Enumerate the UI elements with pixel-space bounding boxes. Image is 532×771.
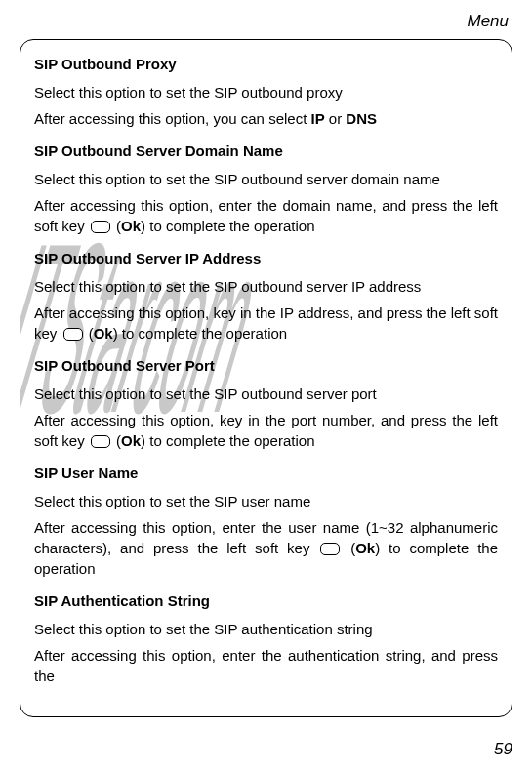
body-paragraph: Select this option to set the SIP outbou… <box>34 384 498 404</box>
bold-text: Ok <box>94 325 113 342</box>
softkey-icon <box>91 435 110 448</box>
body-paragraph: After accessing this option, enter the a… <box>34 645 498 686</box>
bold-text: Ok <box>121 432 141 449</box>
content-inner: SIP Outbound ProxySelect this option to … <box>34 56 498 686</box>
content-box: UTStarcom SIP Outbound ProxySelect this … <box>20 39 512 717</box>
bold-text: Ok <box>121 218 141 234</box>
body-paragraph: Select this option to set the SIP outbou… <box>34 169 498 189</box>
body-paragraph: After accessing this option, enter the d… <box>34 195 498 236</box>
page-number: 59 <box>494 740 512 759</box>
bold-text: IP <box>310 110 324 127</box>
softkey-icon <box>320 543 340 555</box>
body-paragraph: Select this option to set the SIP outbou… <box>34 276 498 297</box>
body-paragraph: Select this option to set the SIP outbou… <box>34 82 498 102</box>
section-heading: SIP Outbound Server Domain Name <box>34 142 498 159</box>
body-paragraph: Select this option to set the SIP authen… <box>34 619 498 639</box>
softkey-icon <box>91 221 110 233</box>
body-paragraph: Select this option to set the SIP user n… <box>34 491 498 511</box>
page-header-chapter: Menu <box>20 12 512 31</box>
bold-text: Ok <box>355 540 375 556</box>
bold-text: DNS <box>346 110 377 127</box>
body-paragraph: After accessing this option, key in the … <box>34 303 498 344</box>
section-heading: SIP Authentication String <box>34 592 498 609</box>
body-paragraph: After accessing this option, you can sel… <box>34 108 498 129</box>
body-paragraph: After accessing this option, enter the u… <box>34 517 498 579</box>
softkey-icon <box>63 328 83 341</box>
section-heading: SIP Outbound Server Port <box>34 357 498 374</box>
body-paragraph: After accessing this option, key in the … <box>34 410 498 451</box>
section-heading: SIP User Name <box>34 465 498 481</box>
section-heading: SIP Outbound Server IP Address <box>34 250 498 266</box>
section-heading: SIP Outbound Proxy <box>34 56 498 72</box>
